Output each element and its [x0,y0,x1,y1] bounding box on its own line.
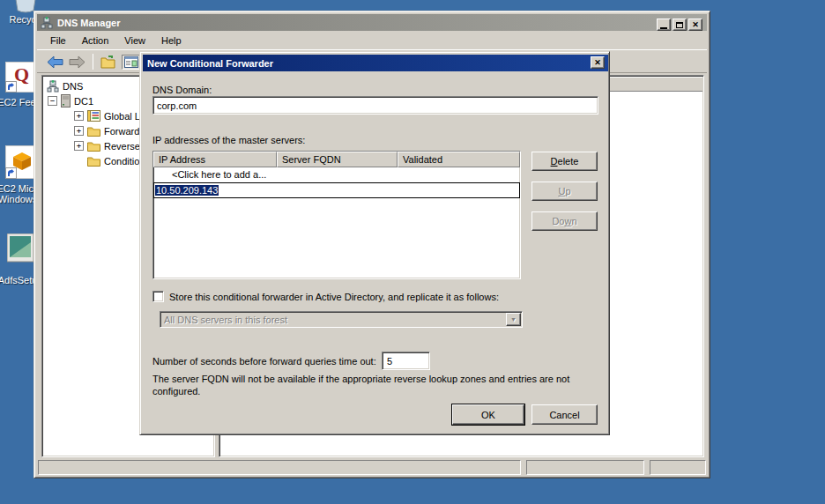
dns-manager-app-icon [41,17,53,29]
close-icon: ✕ [692,21,699,29]
selected-ip-value: 10.50.209.143 [155,185,219,196]
delete-label-post: elete [558,156,579,167]
tree-item-label: DC1 [74,96,93,107]
cancel-button[interactable]: Cancel [531,404,598,425]
maximize-icon [676,22,683,28]
up-label-accel: U [558,186,565,196]
store-in-ad-checkbox[interactable] [152,291,164,302]
folder-icon [87,141,100,152]
timeout-value: 5 [387,356,392,367]
chevron-down-icon: ▼ [510,316,517,322]
replication-scope-value: All DNS servers in this forest [160,315,506,325]
up-label-post: p [565,186,570,196]
status-segment-secondary [526,460,644,475]
minimize-icon [660,27,667,29]
down-label-pre: Do [552,216,564,226]
new-conditional-forwarder-dialog: New Conditional Forwarder ✕ DNS Domain: … [139,51,610,435]
expand-icon[interactable]: + [74,111,84,121]
ip-list-label: IP addresses of the master servers: [152,135,305,145]
column-header-server-fqdn[interactable]: Server FQDN [277,152,398,167]
dns-root-icon [47,80,59,93]
server-icon [61,94,71,107]
adfs-setup-icon [7,233,37,266]
ip-address-table[interactable]: IP Address Server FQDN Validated <Click … [152,151,521,279]
ip-edit-field[interactable]: 10.50.209.143 [153,182,520,198]
dns-domain-value: corp.com [157,100,197,111]
close-button[interactable]: ✕ [688,19,702,31]
dns-domain-label: DNS Domain: [152,85,212,95]
menu-file[interactable]: File [42,33,74,48]
maximize-button[interactable] [673,19,687,31]
menu-help[interactable]: Help [153,33,190,48]
down-label-accel: w [564,216,571,226]
expand-icon[interactable]: + [74,141,84,151]
column-header-validated[interactable]: Validated [398,152,520,167]
shortcut-arrow-icon [5,167,17,179]
export-list-button[interactable] [100,56,116,69]
menu-bar: File Action View Help [37,32,707,50]
close-icon: ✕ [594,59,601,67]
dns-domain-input[interactable]: corp.com [152,96,598,115]
down-label-post: n [571,216,576,226]
toolbar-separator [93,54,93,70]
dialog-close-button[interactable]: ✕ [591,56,605,69]
menu-action[interactable]: Action [74,33,117,48]
dropdown-arrow-button: ▼ [506,313,521,326]
folder-icon [87,156,100,167]
replication-scope-dropdown: All DNS servers in this forest ▼ [160,311,523,328]
dialog-titlebar[interactable]: New Conditional Forwarder [143,55,608,71]
window-titlebar[interactable]: DNS Manager ✕ [37,14,707,31]
collapse-icon[interactable]: − [48,96,57,106]
status-segment-main [38,460,521,475]
dialog-title: New Conditional Forwarder [147,58,273,69]
timeout-input[interactable]: 5 [382,352,430,370]
window-title: DNS Manager [57,18,121,28]
down-button: Down [531,211,598,231]
store-in-ad-label: Store this conditional forwarder in Acti… [169,292,499,302]
status-bar [38,460,706,475]
delete-button[interactable]: Delete [531,152,598,171]
shortcut-arrow-icon [5,81,17,93]
column-header-ip-address[interactable]: IP Address [153,152,277,167]
minimize-button[interactable] [657,19,671,31]
delete-label-accel: D [551,156,558,167]
menu-view[interactable]: View [116,33,153,48]
expand-icon[interactable]: + [74,126,84,136]
folder-icon [87,126,100,137]
tree-item-label: DNS [63,81,83,92]
event-log-icon [87,110,100,122]
timeout-label: Number of seconds before forward queries… [152,356,376,367]
back-button[interactable] [47,56,63,69]
up-button: Up [531,182,598,201]
click-to-add-row[interactable]: <Click here to add a... [153,167,520,182]
ok-button[interactable]: OK [452,404,524,425]
show-console-tree-button[interactable] [122,55,141,70]
fqdn-note-text: The server FQDN will not be available if… [152,373,576,397]
forward-button[interactable] [69,56,85,69]
status-segment-small [650,460,706,475]
table-header-row: IP Address Server FQDN Validated [153,152,520,167]
